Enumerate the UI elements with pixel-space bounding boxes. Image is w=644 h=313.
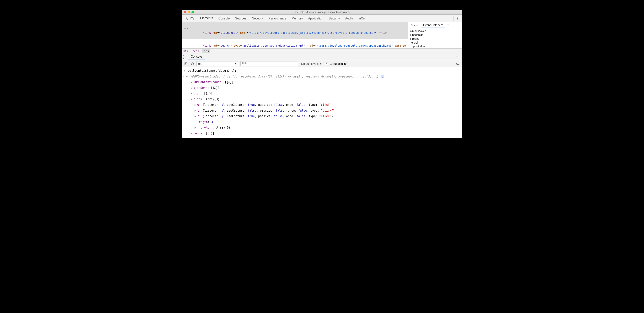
svg-point-8 <box>183 58 184 59</box>
console-input-row[interactable]: › getEventListeners(document); <box>182 68 462 74</box>
more-options-icon[interactable] <box>455 17 461 20</box>
result-row[interactable]: ▶blur: [{…}] <box>182 91 462 97</box>
event-pagehide[interactable]: ▶pagehide <box>410 33 461 37</box>
tab-application[interactable]: Application <box>306 15 326 22</box>
event-listeners-list: ▶mouseover ▶pagehide ▶resize ▼scroll ▶Wi… <box>408 28 462 48</box>
tab-elements[interactable]: Elements <box>198 15 216 22</box>
breadcrumb-html[interactable]: html <box>183 49 190 53</box>
svg-point-3 <box>457 17 458 17</box>
result-row[interactable]: ▶ajaxSend: [{…}] <box>182 85 462 91</box>
console-result-summary[interactable]: ⟨· ▼ {DOMContentLoaded: Array(1), pagehi… <box>182 74 462 80</box>
console-toolbar: top ▼ Filter Default levels ▼ ✓ Group si… <box>182 60 462 67</box>
main-tabs-bar: Elements Console Sources Network Perform… <box>182 15 462 22</box>
result-row-click[interactable]: ▼click: Array(3) <box>182 97 462 102</box>
close-window-button[interactable] <box>184 11 186 13</box>
console-expr: getEventListeners(document); <box>188 69 236 72</box>
drawer-menu-icon[interactable] <box>183 55 188 59</box>
tab-memory[interactable]: Memory <box>289 15 306 22</box>
devtools-window: DevTools - developers.google.com/web/sho… <box>182 10 462 138</box>
device-toolbar-icon[interactable] <box>189 17 195 20</box>
drawer-tab-console[interactable]: Console <box>188 54 205 60</box>
sidebar-tab-event-listeners[interactable]: Event Listeners <box>421 22 446 28</box>
drawer-header: Console ✕ <box>182 54 462 60</box>
window-title: DevTools - developers.google.com/web/sho… <box>183 10 461 13</box>
tab-sources[interactable]: Sources <box>232 15 249 22</box>
svg-point-5 <box>457 19 458 20</box>
breadcrumb-link[interactable]: link <box>202 49 210 53</box>
click-length: length: 3 <box>182 119 462 125</box>
breadcrumb-head[interactable]: head <box>192 49 199 53</box>
event-mouseover[interactable]: ▶mouseover <box>410 29 461 33</box>
sidebar-tab-styles[interactable]: Styles <box>408 22 421 28</box>
result-row[interactable]: ▶DOMContentLoaded: [{…}] <box>182 79 462 85</box>
group-similar-label: Group similar <box>330 62 347 65</box>
zoom-window-button[interactable] <box>192 11 194 13</box>
tab-security[interactable]: Security <box>326 15 342 22</box>
event-scroll-window[interactable]: ▶Window <box>410 44 461 48</box>
tab-console[interactable]: Console <box>216 15 232 22</box>
tab-performance[interactable]: Performance <box>266 15 289 22</box>
click-proto[interactable]: ▶__proto__: Array(0) <box>182 125 462 131</box>
styles-sidebar: Styles Event Listeners » ▶mouseover ▶pag… <box>408 22 462 48</box>
result-row-focus[interactable]: ▶focus: [{…}] <box>182 131 462 136</box>
window-titlebar: DevTools - developers.google.com/web/sho… <box>182 10 462 15</box>
elements-breadcrumb: html head link <box>182 48 462 54</box>
result-indicator-icon: ⟨· <box>182 74 184 79</box>
event-scroll[interactable]: ▼scroll <box>410 41 461 44</box>
event-resize[interactable]: ▶resize <box>410 37 461 41</box>
expand-icon[interactable]: ▼ <box>186 74 188 79</box>
info-icon[interactable]: i <box>381 75 384 78</box>
main-content: ••• <link rel="stylesheet" href="https:/… <box>182 22 462 48</box>
drawer-close-icon[interactable]: ✕ <box>454 55 461 59</box>
minimize-window-button[interactable] <box>188 11 190 13</box>
clear-console-icon[interactable] <box>190 61 195 66</box>
tab-network[interactable]: Network <box>249 15 266 22</box>
context-selector[interactable]: top ▼ <box>196 61 239 66</box>
prompt-icon: › <box>184 68 186 73</box>
log-levels-selector[interactable]: Default levels ▼ <box>300 61 324 66</box>
console-output: › getEventListeners(document); ⟨· ▼ {DOM… <box>182 67 462 138</box>
svg-point-7 <box>183 57 184 57</box>
dom-node-selected[interactable]: ••• <link rel="stylesheet" href="https:/… <box>182 22 408 39</box>
console-settings-icon[interactable] <box>454 62 461 65</box>
click-listener-1[interactable]: ▶1: {listener: ƒ, useCapture: false, pas… <box>182 108 462 114</box>
svg-rect-1 <box>191 17 193 19</box>
console-filter-input[interactable]: Filter <box>240 61 298 66</box>
inspect-element-icon[interactable] <box>183 17 189 20</box>
dropdown-icon: ▼ <box>234 62 237 65</box>
stylesheet-link[interactable]: https://developers.google.com/_static/64… <box>250 31 374 34</box>
elements-panel[interactable]: ••• <link rel="stylesheet" href="https:/… <box>182 22 408 48</box>
svg-point-6 <box>183 55 184 56</box>
opensearch-link[interactable]: https://developers.google.com/s/opensear… <box>316 44 391 47</box>
expand-ellipsis-icon[interactable]: ••• <box>183 27 188 31</box>
group-similar-checkbox[interactable]: ✓ <box>325 62 328 65</box>
execution-context-icon[interactable] <box>183 61 188 66</box>
context-value: top <box>198 62 202 65</box>
tab-audits[interactable]: Audits <box>342 15 356 22</box>
sidebar-more-icon[interactable]: » <box>446 23 451 27</box>
click-listener-0[interactable]: ▶0: {listener: ƒ, useCapture: true, pass… <box>182 102 462 108</box>
tab-axe[interactable]: aXe <box>356 15 367 22</box>
svg-point-4 <box>457 18 458 19</box>
dom-node[interactable]: <link rel="search" type="application/ope… <box>182 39 408 48</box>
click-listener-2[interactable]: ▶2: {listener: ƒ, useCapture: true, pass… <box>182 113 462 119</box>
